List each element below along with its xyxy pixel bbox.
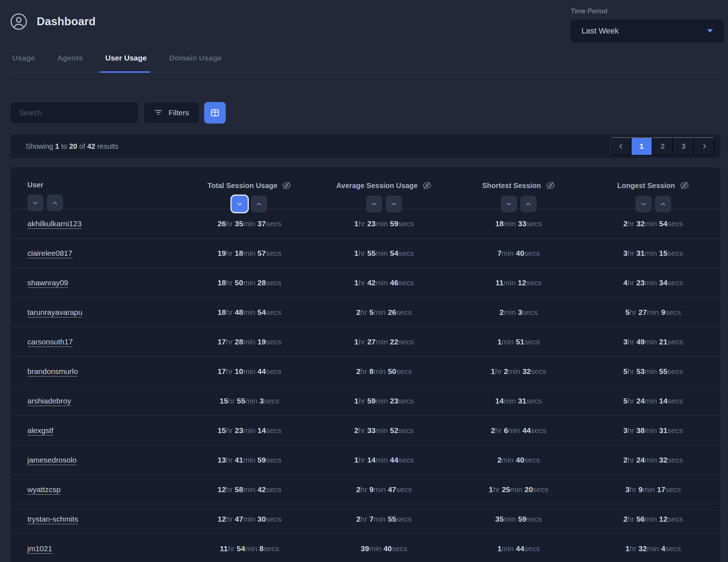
total-session-usage-cell: 17hr 28min 19secs xyxy=(182,338,317,346)
time-period-control: Time Period Last Week xyxy=(571,7,724,43)
user-cell: trystan-schmits xyxy=(10,515,182,523)
column-label: Average Session Usage xyxy=(336,182,418,190)
sort-asc-button-total-session-usage[interactable] xyxy=(251,196,267,212)
user-link-shawnray09[interactable]: shawnray09 xyxy=(27,278,68,287)
column-label: Total Session Usage xyxy=(207,182,277,190)
tab-user-usage[interactable]: User Usage xyxy=(103,53,149,72)
column-header-shortest-session: Shortest Session xyxy=(451,167,586,212)
time-period-select[interactable]: Last Week xyxy=(571,19,724,43)
sort-asc-button-shortest-session[interactable] xyxy=(520,196,536,212)
user-cell: jm1021 xyxy=(10,544,182,553)
pagination-next-button[interactable] xyxy=(694,137,715,156)
average-session-usage-cell: 1hr 55min 54secs xyxy=(317,249,451,258)
user-circle-icon xyxy=(10,13,27,30)
user-usage-table: UserTotal Session UsageAverage Session U… xyxy=(10,167,721,562)
user-link-tarunrayavarapu[interactable]: tarunrayavarapu xyxy=(27,308,82,316)
shortest-session-cell: 35min 59secs xyxy=(451,515,586,523)
user-link-clairelee0817[interactable]: clairelee0817 xyxy=(27,249,72,257)
longest-session-cell: 2hr 32min 54secs xyxy=(586,219,720,228)
user-cell: jamesedrosolo xyxy=(10,456,182,464)
pagination-page-3[interactable]: 3 xyxy=(673,137,694,156)
average-session-usage-cell: 1hr 42min 46secs xyxy=(317,278,451,287)
chevron-down-icon xyxy=(370,200,378,208)
sort-asc-button-user[interactable] xyxy=(47,195,63,211)
user-link-alexgstf[interactable]: alexgstf xyxy=(27,426,53,434)
shortest-session-cell: 1min 44secs xyxy=(451,544,586,553)
sort-desc-button-total-session-usage[interactable] xyxy=(232,196,248,212)
longest-session-cell: 5hr 27min 9secs xyxy=(586,308,720,317)
user-link-arshiadebroy[interactable]: arshiadebroy xyxy=(27,397,71,405)
longest-session-cell: 2hr 24min 32secs xyxy=(586,456,720,464)
column-header-average-session-usage: Average Session Usage xyxy=(317,167,451,212)
column-label: User xyxy=(27,181,43,189)
page-title: Dashboard xyxy=(37,15,96,28)
average-session-usage-cell: 2hr 5min 26secs xyxy=(317,308,451,317)
tab-domain-usage[interactable]: Domain Usage xyxy=(167,53,224,72)
average-session-usage-cell: 2hr 8min 50secs xyxy=(317,367,451,376)
toolbar: Filters xyxy=(10,102,226,124)
chevron-up-icon xyxy=(51,199,59,207)
longest-session-cell: 5hr 53min 55secs xyxy=(586,367,720,376)
filter-lines-icon xyxy=(154,108,163,118)
table-view-toggle-button[interactable] xyxy=(204,102,226,124)
total-session-usage-cell: 15hr 55min 3secs xyxy=(182,397,317,405)
user-cell: brandonsmurlo xyxy=(10,367,182,376)
chevron-down-icon xyxy=(505,200,513,208)
filters-button-label: Filters xyxy=(168,108,189,117)
sort-desc-button-shortest-session[interactable] xyxy=(501,196,517,212)
user-cell: carsonsuth17 xyxy=(10,338,182,346)
shortest-session-cell: 2min 3secs xyxy=(451,308,586,317)
shortest-session-cell: 18min 33secs xyxy=(451,219,586,228)
average-session-usage-cell: 1hr 23min 59secs xyxy=(317,219,451,228)
user-link-jamesedrosolo[interactable]: jamesedrosolo xyxy=(27,456,77,464)
eye-off-icon[interactable] xyxy=(680,181,689,190)
table-header-row: UserTotal Session UsageAverage Session U… xyxy=(10,167,720,209)
column-header-longest-session: Longest Session xyxy=(586,167,720,212)
sort-asc-button-longest-session[interactable] xyxy=(655,196,671,212)
chevron-down-icon xyxy=(32,199,39,207)
chevron-up-icon xyxy=(525,200,532,208)
filters-button[interactable]: Filters xyxy=(144,102,199,124)
user-link-akhilkulkarni123[interactable]: akhilkulkarni123 xyxy=(27,219,82,228)
column-label: Shortest Session xyxy=(482,182,541,190)
shortest-session-cell: 7min 40secs xyxy=(451,249,586,258)
sort-desc-button-longest-session[interactable] xyxy=(635,196,652,212)
table-row: tarunrayavarapu18hr 48min 54secs2hr 5min… xyxy=(10,297,720,327)
average-session-usage-cell: 2hr 33min 52secs xyxy=(317,426,451,435)
user-link-carsonsuth17[interactable]: carsonsuth17 xyxy=(27,338,73,346)
total-session-usage-cell: 12hr 47min 30secs xyxy=(182,515,317,523)
shortest-session-cell: 14min 31secs xyxy=(451,397,586,405)
search-input[interactable] xyxy=(10,102,139,124)
column-header-user: User xyxy=(10,167,182,212)
longest-session-cell: 2hr 56min 12secs xyxy=(586,515,720,523)
sort-desc-button-user[interactable] xyxy=(27,195,44,211)
user-cell: tarunrayavarapu xyxy=(10,308,182,317)
table-row: akhilkulkarni12326hr 35min 37secs1hr 23m… xyxy=(10,209,720,238)
user-link-jm1021[interactable]: jm1021 xyxy=(27,544,52,553)
pagination-page-1[interactable]: 1 xyxy=(632,137,652,156)
shortest-session-cell: 11min 12secs xyxy=(451,278,586,287)
chevron-up-icon xyxy=(255,200,263,208)
total-session-usage-cell: 11hr 54min 8secs xyxy=(182,544,317,553)
sort-asc-button-average-session-usage[interactable] xyxy=(386,196,402,212)
table-row: brandonsmurlo17hr 10min 44secs2hr 8min 5… xyxy=(10,356,720,386)
pagination-page-2[interactable]: 2 xyxy=(652,137,673,156)
eye-off-icon[interactable] xyxy=(422,181,432,190)
user-link-trystan-schmits[interactable]: trystan-schmits xyxy=(27,515,78,523)
total-session-usage-cell: 26hr 35min 37secs xyxy=(182,219,317,228)
eye-off-icon[interactable] xyxy=(282,181,291,190)
longest-session-cell: 4hr 23min 34secs xyxy=(586,278,720,287)
tab-agents[interactable]: Agents xyxy=(55,53,85,72)
dashboard-app: Dashboard Time Period Last Week UsageAge… xyxy=(0,0,728,562)
tab-usage[interactable]: Usage xyxy=(10,53,37,72)
user-link-wyattzcsp[interactable]: wyattzcsp xyxy=(27,485,60,494)
shortest-session-cell: 1min 51secs xyxy=(451,338,586,346)
user-cell: wyattzcsp xyxy=(10,485,182,494)
user-link-brandonsmurlo[interactable]: brandonsmurlo xyxy=(27,367,78,375)
user-cell: alexgstf xyxy=(10,426,182,435)
user-cell: arshiadebroy xyxy=(10,397,182,405)
table-row: wyattzcsp12hr 58min 42secs2hr 9min 47sec… xyxy=(10,474,720,504)
sort-desc-button-average-session-usage[interactable] xyxy=(366,196,382,212)
pagination-prev-button[interactable] xyxy=(611,137,632,156)
eye-off-icon[interactable] xyxy=(546,181,555,190)
